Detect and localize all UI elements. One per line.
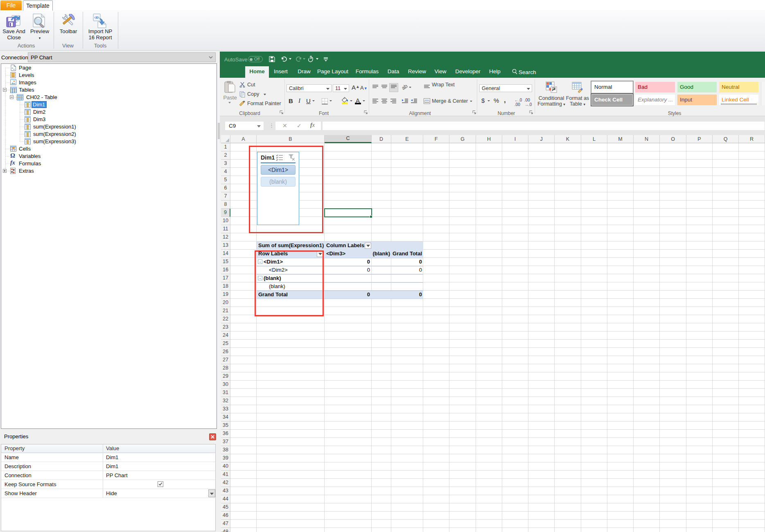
svg-text:‹x›: ‹x› xyxy=(94,15,99,20)
svg-text:+: + xyxy=(13,68,15,71)
